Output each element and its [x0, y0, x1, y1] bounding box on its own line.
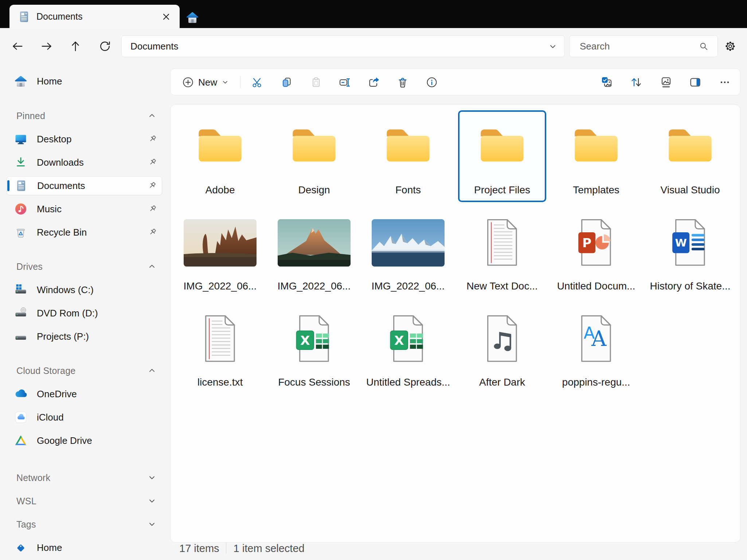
sidebar-item-icloud[interactable]: iCloud [7, 408, 162, 427]
sidebar-group-cloud-storage[interactable]: Cloud Storage [7, 361, 162, 380]
sidebar-item-desktop[interactable]: Desktop [7, 130, 162, 149]
sidebar-item-label: Downloads [37, 157, 84, 168]
close-icon[interactable] [161, 11, 172, 22]
share-icon [368, 76, 379, 88]
recycle-icon [14, 226, 27, 239]
file-tile-fonts[interactable]: Fonts [364, 110, 452, 202]
file-tile-adobe[interactable]: Adobe [176, 110, 264, 202]
image-thumbnail [176, 219, 264, 267]
file-tile-poppins-regu[interactable]: AApoppins-regu... [552, 303, 640, 394]
sidebar-item-home[interactable]: Home [7, 72, 162, 91]
chevron-up-icon[interactable] [148, 366, 156, 375]
file-tile-new-text-doc[interactable]: New Text Doc... [458, 206, 546, 298]
file-tile-design[interactable]: Design [270, 110, 358, 202]
command-bar: New [170, 68, 740, 95]
file-name: Fonts [366, 184, 450, 196]
rename-icon [339, 76, 350, 88]
chevron-up-icon[interactable] [148, 262, 156, 271]
svg-text:X: X [394, 333, 404, 348]
cut-button[interactable] [247, 72, 267, 92]
file-tile-project-files[interactable]: Project Files [458, 110, 546, 202]
sidebar-item-dvd-d[interactable]: DVD Rom (D:) [7, 304, 162, 323]
refresh-button[interactable] [95, 37, 114, 56]
sidebar-item-projects-p[interactable]: Projects (P:) [7, 327, 162, 346]
file-tile-img-2022-06[interactable]: IMG_2022_06... [364, 206, 452, 298]
sidebar-item-tag-home[interactable]: Home [7, 538, 162, 557]
paste-button[interactable] [306, 72, 326, 92]
file-tile-img-2022-06[interactable]: IMG_2022_06... [270, 206, 358, 298]
file-grid-panel: AdobeDesignFontsProject FilesTemplatesVi… [170, 104, 740, 543]
file-tile-templates[interactable]: Templates [552, 110, 640, 202]
sort-icon [630, 76, 642, 88]
back-button[interactable] [8, 37, 27, 56]
info-icon [426, 76, 438, 88]
sidebar-item-label: DVD Rom (D:) [37, 308, 98, 319]
home-icon [186, 11, 199, 24]
sidebar-item-label: Documents [37, 180, 85, 192]
sidebar-item-label: Home [37, 542, 62, 553]
file-name: Design [272, 184, 356, 196]
pin-icon [147, 181, 157, 190]
sidebar-item-music[interactable]: Music [7, 200, 162, 218]
folder-icon [176, 125, 264, 165]
rename-button[interactable] [334, 72, 355, 92]
image-thumbnail [270, 219, 358, 267]
chevron-down-icon[interactable] [548, 42, 557, 51]
view-button[interactable] [656, 72, 676, 92]
address-bar[interactable]: Documents [121, 35, 565, 57]
sidebar-item-windows-c[interactable]: Windows (C:) [7, 280, 162, 299]
sort-button[interactable] [626, 72, 646, 92]
file-tile-untitled-spreads[interactable]: XUntitled Spreads... [364, 303, 452, 394]
sidebar-group-label: Pinned [16, 111, 45, 121]
search-input[interactable]: Search [569, 35, 718, 57]
sidebar-group-tags[interactable]: Tags [7, 515, 162, 534]
image-thumbnail [364, 219, 452, 267]
sidebar-group-drives[interactable]: Drives [7, 257, 162, 276]
share-button[interactable] [363, 72, 384, 92]
sidebar-item-google-drive[interactable]: Google Drive [7, 431, 162, 450]
settings-button[interactable] [721, 37, 740, 56]
chevron-down-icon[interactable] [148, 497, 156, 505]
sidebar-item-recycle-bin[interactable]: Recycle Bin [7, 223, 162, 242]
up-button[interactable] [66, 37, 85, 56]
file-name: Adobe [178, 184, 262, 196]
sidebar-group-pinned[interactable]: Pinned [7, 106, 162, 125]
file-tile-after-dark[interactable]: After Dark [458, 303, 546, 394]
svg-text:X: X [300, 333, 310, 348]
sidebar-item-downloads[interactable]: Downloads [7, 153, 162, 172]
file-tile-license-txt[interactable]: license.txt [176, 303, 264, 394]
divider [226, 543, 226, 554]
details-pane-button[interactable] [685, 72, 705, 92]
more-options-button[interactable] [715, 72, 735, 92]
folder-icon [270, 125, 358, 165]
titlebar: Documents [0, 0, 747, 28]
sidebar-group-wsl[interactable]: WSL [7, 492, 162, 510]
home-tab-button[interactable] [185, 10, 200, 25]
select-all-button[interactable] [597, 72, 617, 92]
forward-button[interactable] [37, 37, 56, 56]
file-tile-img-2022-06[interactable]: IMG_2022_06... [176, 206, 264, 298]
delete-button[interactable] [392, 72, 413, 92]
info-button[interactable] [422, 72, 442, 92]
sidebar-group-network[interactable]: Network [7, 468, 162, 487]
sidebar-item-documents[interactable]: Documents [7, 176, 162, 195]
sidebar-item-label: Windows (C:) [37, 284, 94, 296]
chevron-up-icon[interactable] [148, 111, 156, 120]
sidebar-group-label: Network [16, 473, 50, 483]
copy-button[interactable] [277, 72, 297, 92]
file-tile-visual-studio[interactable]: Visual Studio [646, 110, 734, 202]
file-tile-history-of-skate[interactable]: WHistory of Skate... [646, 206, 734, 298]
sidebar-item-onedrive[interactable]: OneDrive [7, 384, 162, 403]
tab-documents[interactable]: Documents [9, 5, 180, 28]
file-tile-focus-sessions[interactable]: XFocus Sessions [270, 303, 358, 394]
new-button[interactable]: New [177, 72, 234, 92]
file-name: New Text Doc... [460, 280, 544, 292]
file-tile-untitled-docum[interactable]: PUntitled Docum... [552, 206, 640, 298]
chevron-down-icon[interactable] [148, 520, 156, 529]
search-icon [699, 41, 709, 51]
file-name: Untitled Spreads... [366, 376, 450, 388]
gdrive-icon [14, 434, 27, 447]
file-name: Focus Sessions [272, 376, 356, 388]
chevron-down-icon[interactable] [148, 473, 156, 482]
arrow-right-icon [40, 40, 53, 52]
